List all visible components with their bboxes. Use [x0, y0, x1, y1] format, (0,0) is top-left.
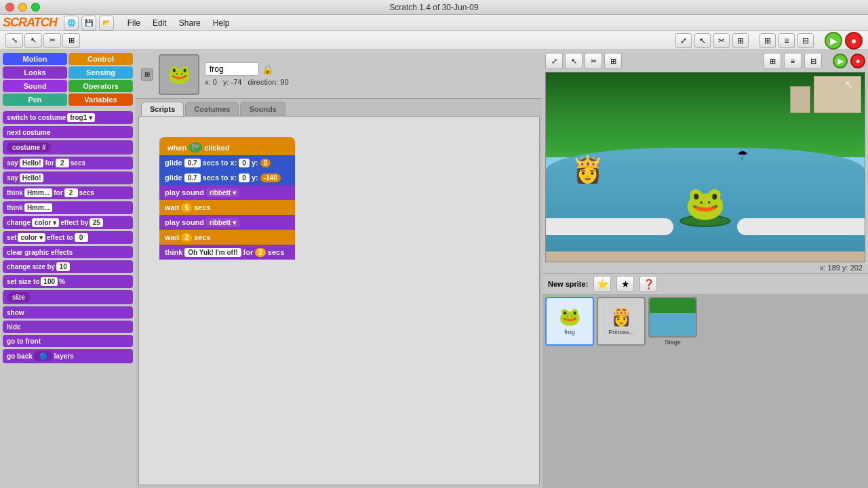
sprite-thumb-princess[interactable]: 👸 Princes... — [597, 297, 646, 346]
block-glide-2[interactable]: glide 0.7 secs to x: 0 y: -140 — [159, 170, 295, 185]
expand-sprite-btn[interactable]: ⊞ — [141, 68, 153, 81]
tool-zoom-btn[interactable]: ⊞ — [62, 33, 80, 48]
category-control[interactable]: Control — [68, 53, 133, 65]
tool-stamp-btn[interactable]: ✂ — [43, 33, 61, 48]
paint-sprite-btn[interactable]: ⭐ — [593, 276, 611, 292]
globe-icon[interactable]: 🌐 — [64, 16, 79, 30]
block-hide[interactable]: hide — [3, 321, 133, 333]
block-go-to-front[interactable]: go to front — [3, 335, 133, 347]
window-controls — [5, 3, 40, 12]
stage-extra2-btn[interactable]: ⊟ — [804, 53, 822, 69]
block-clear-effects[interactable]: clear graphic effects — [3, 246, 133, 258]
toolbar-tools: ⤡ ↖ ✂ ⊞ — [5, 33, 80, 48]
tab-scripts[interactable]: Scripts — [141, 102, 184, 116]
princess-sprite: 👸 — [572, 157, 604, 182]
menubar: SCRATCH 🌐 💾 📂 File Edit Share Help ⤢ ↖ ✂… — [0, 15, 868, 31]
block-set-size[interactable]: set size to 100 % — [3, 275, 133, 288]
stage-green-flag[interactable]: ▶ — [833, 54, 848, 68]
sprite-name-input[interactable] — [205, 62, 259, 76]
maximize-button[interactable] — [31, 3, 40, 12]
block-think[interactable]: think Hmm... — [3, 201, 133, 214]
stage-grid-btn[interactable]: ⊞ — [764, 53, 781, 69]
menu-share[interactable]: Share — [174, 17, 206, 29]
block-costume-num[interactable]: costume # — [3, 140, 133, 155]
extra-view-icon[interactable]: ⊟ — [797, 33, 814, 48]
save-icon[interactable]: 💾 — [81, 16, 96, 30]
tool-select-btn[interactable]: ↖ — [24, 33, 42, 48]
block-change-effect[interactable]: change color ▾ effect by 25 — [3, 216, 133, 229]
block-say-for[interactable]: say Hello! for 2 secs — [3, 157, 133, 169]
folder-icon[interactable]: 📂 — [99, 16, 114, 30]
block-show[interactable]: show — [3, 306, 133, 319]
block-wait-2[interactable]: wait 2 secs — [159, 230, 295, 245]
pool-edge — [546, 251, 865, 262]
stage-tools-right: ⊞ ≡ ⊟ ▶ ● — [764, 53, 865, 69]
cursor-icon[interactable]: ↖ — [694, 33, 711, 48]
tab-costumes[interactable]: Costumes — [185, 102, 239, 116]
fit-screen-icon[interactable]: ⤢ — [675, 33, 692, 48]
stop-button[interactable]: ● — [845, 32, 863, 49]
tab-sounds[interactable]: Sounds — [240, 102, 285, 116]
menu-help[interactable]: Help — [208, 17, 235, 29]
princess-label: Princes... — [608, 329, 634, 336]
block-think-stage[interactable]: think Oh Yuk! I'm off! for 2 secs — [159, 245, 295, 260]
block-next-costume[interactable]: next costume — [3, 126, 133, 138]
frog-emoji: 🐸 — [559, 306, 580, 327]
block-say[interactable]: say Hello! — [3, 171, 133, 184]
stage-area[interactable]: 🐸 👸 ☂ ↖ — [545, 72, 865, 262]
stage-list-btn[interactable]: ≡ — [784, 53, 802, 69]
hat-block[interactable]: when 🏁 clicked — [159, 137, 295, 155]
category-pen[interactable]: Pen — [3, 94, 67, 106]
block-change-size[interactable]: change size by 10 — [3, 260, 133, 273]
block-switch-costume[interactable]: switch to costume frog1 ▾ — [3, 111, 133, 124]
stage-cursor-btn[interactable]: ↖ — [565, 53, 583, 69]
import-sprite-btn[interactable]: ★ — [616, 276, 634, 292]
blocks-panel: Motion Control Looks Sensing Sound Opera… — [0, 50, 136, 488]
menu-file[interactable]: File — [122, 17, 146, 29]
stamp-icon[interactable]: ✂ — [713, 33, 730, 48]
script-tabs: Scripts Costumes Sounds — [136, 99, 542, 116]
stage-thumb[interactable] — [648, 297, 697, 338]
category-operators[interactable]: Operators — [68, 80, 133, 92]
sprite-thumb-frog[interactable]: 🐸 frog — [545, 297, 594, 346]
stage-tools-left: ⤢ ↖ ✂ ⊞ — [545, 53, 622, 69]
category-motion[interactable]: Motion — [3, 53, 67, 65]
block-play-sound-2[interactable]: play sound ribbett ▾ — [159, 215, 295, 230]
frog-sprite: 🐸 — [685, 187, 726, 220]
menu-edit[interactable]: Edit — [147, 17, 172, 29]
stage-thumb-container[interactable]: Stage — [648, 297, 697, 346]
block-go-back[interactable]: go back 🔵 layers — [3, 349, 133, 363]
surprise-sprite-btn[interactable]: ❓ — [639, 276, 657, 292]
green-flag-button[interactable]: ▶ — [825, 32, 842, 49]
bg-building2 — [790, 86, 810, 113]
stage-coords: x: 189 y: 202 — [542, 262, 868, 273]
minimize-button[interactable] — [18, 3, 27, 12]
close-button[interactable] — [5, 3, 14, 12]
block-wait-6[interactable]: wait 6 secs — [159, 200, 295, 215]
grow-icon[interactable]: ⊞ — [732, 33, 749, 48]
lock-icon: 🔒 — [262, 64, 273, 75]
sprite-coords: x: 0 y: -74 direction: 90 — [205, 78, 289, 86]
block-size[interactable]: size — [3, 290, 133, 304]
blocks-list: switch to costume frog1 ▾ next costume c… — [0, 108, 136, 488]
stage-thumb-label: Stage — [665, 339, 681, 346]
stage-fit-btn[interactable]: ⤢ — [545, 53, 563, 69]
menu-icons: 🌐 💾 📂 — [64, 16, 114, 30]
script-canvas[interactable]: when 🏁 clicked glide 0.7 secs to x: 0 y:… — [138, 116, 540, 485]
block-think-for[interactable]: think Hmm... for 2 secs — [3, 186, 133, 199]
category-looks[interactable]: Looks — [3, 66, 67, 79]
list-view-icon[interactable]: ≡ — [778, 33, 795, 48]
stage-stop-btn[interactable]: ● — [850, 54, 865, 68]
grid-view-icon[interactable]: ⊞ — [760, 33, 776, 48]
stage-extra-btn[interactable]: ⊞ — [604, 53, 622, 69]
stage-zoom-btn[interactable]: ✂ — [585, 53, 602, 69]
sprite-details: 🔒 x: 0 y: -74 direction: 90 — [205, 62, 289, 86]
category-variables[interactable]: Variables — [68, 94, 133, 106]
category-sensing[interactable]: Sensing — [68, 66, 133, 79]
block-glide-1[interactable]: glide 0.7 secs to x: 0 y: 0 — [159, 155, 295, 170]
block-play-sound-1[interactable]: play sound ribbett ▾ — [159, 185, 295, 200]
category-sound[interactable]: Sound — [3, 80, 67, 92]
pool-rim-right — [737, 218, 865, 235]
fullscreen-btn[interactable]: ⤡ — [5, 33, 23, 48]
block-set-effect[interactable]: set color ▾ effect to 0 — [3, 231, 133, 244]
